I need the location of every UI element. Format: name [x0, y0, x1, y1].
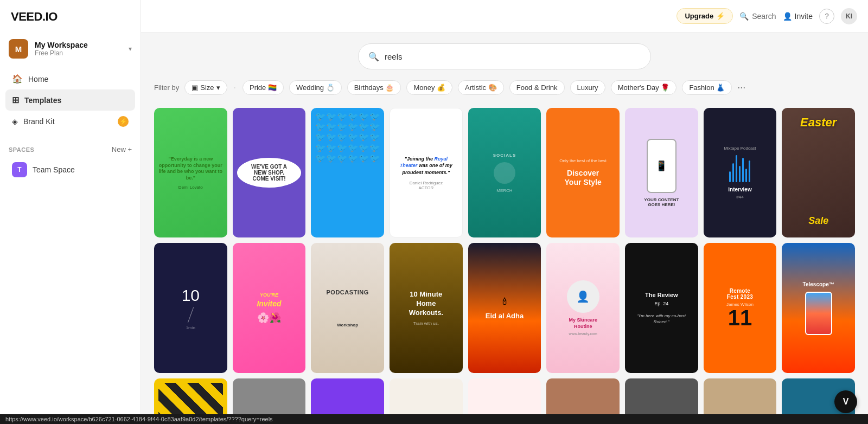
upgrade-icon: ⚡ [716, 12, 725, 20]
artistic-label: Artistic 🎨 [465, 83, 497, 92]
mothers-day-label: Mother's Day 🌹 [618, 83, 670, 92]
template-card[interactable]: YOU'REInvited 🌸🌺 [233, 243, 306, 372]
template-card[interactable]: 📱 YOUR CONTENTGOES HERE! [625, 108, 698, 237]
template-card[interactable]: Easter Sale [782, 108, 855, 237]
topbar-search-button[interactable]: 🔍 Search [739, 12, 776, 21]
template-card[interactable]: 🐦🐦🐦🐦🐦🐦🐦🐦🐦🐦🐦🐦🐦🐦🐦🐦🐦🐦🐦🐦🐦🐦🐦🐦🐦🐦🐦🐦🐦🐦 [311, 108, 384, 237]
team-space-avatar: T [12, 162, 27, 177]
upgrade-label: Upgrade [685, 12, 713, 20]
invite-button[interactable]: 👤 Invite [783, 12, 813, 21]
brand-kit-badge: ⚡ [118, 116, 129, 127]
template-card[interactable]: 👤 My SkincareRoutine www.beauty.com [546, 243, 620, 372]
workspace-name: My Workspace [35, 41, 122, 49]
chevron-down-icon: ▾ [129, 45, 132, 53]
invite-icon: 👤 [783, 12, 792, 21]
filter-bar: Filter by ▣ Size ▾ · Pride 🏳️‍🌈 Wedding … [154, 80, 855, 97]
pride-label: Pride 🏳️‍🌈 [250, 83, 277, 92]
size-icon: ▣ [192, 83, 198, 92]
filter-pride-button[interactable]: Pride 🏳️‍🌈 [242, 80, 284, 95]
sidebar-item-home[interactable]: 🏠 Home [5, 68, 135, 89]
filter-size-label: Size [200, 83, 214, 92]
sidebar-item-team-space[interactable]: T Team Space [5, 157, 135, 183]
filter-separator: · [234, 83, 236, 93]
search-input[interactable] [385, 52, 641, 61]
workspace-plan: Free Plan [35, 49, 122, 57]
upgrade-button[interactable]: Upgrade ⚡ [676, 8, 733, 24]
search-icon: 🔍 [739, 12, 749, 21]
workspace-avatar: M [9, 39, 28, 59]
new-space-button[interactable]: New + [112, 145, 132, 153]
filter-fashion-button[interactable]: Fashion 👗 [682, 80, 732, 95]
wedding-label: Wedding 💍 [296, 83, 335, 92]
search-bar: 🔍 [358, 43, 651, 69]
filter-mothers-day-button[interactable]: Mother's Day 🌹 [611, 80, 677, 95]
spaces-header: SPACES New + [0, 137, 141, 157]
fashion-label: Fashion 👗 [689, 83, 725, 92]
home-icon: 🏠 [12, 74, 23, 84]
topbar-search-label: Search [752, 12, 776, 21]
template-card[interactable]: Mixtape Podcast interview #44 [704, 108, 777, 237]
template-card[interactable]: "Joining the Royal Theater was one of my… [390, 108, 463, 237]
workspace-info: My Workspace Free Plan [35, 41, 122, 57]
status-bar: https://www.veed.io/workspace/b626c721-0… [0, 414, 868, 424]
help-icon: ? [825, 12, 828, 20]
filter-food-drink-button[interactable]: Food & Drink [509, 80, 565, 95]
template-card[interactable]: The ReviewEp. 24 "I'm here with my co-ho… [625, 243, 698, 372]
status-url: https://www.veed.io/workspace/b626c721-0… [5, 416, 273, 422]
filter-money-button[interactable]: Money 💰 [406, 80, 452, 95]
template-card[interactable]: Telescope™ [782, 243, 855, 372]
filter-luxury-button[interactable]: Luxury [570, 80, 605, 95]
templates-icon: ⊞ [12, 95, 19, 105]
spaces-label: SPACES [9, 146, 34, 153]
main-content: 🔍 Filter by ▣ Size ▾ · Pride 🏳️‍🌈 Weddin… [141, 33, 868, 424]
sidebar: VEED.IO M My Workspace Free Plan ▾ 🏠 Hom… [0, 0, 141, 424]
sidebar-item-templates-label: Templates [24, 96, 61, 105]
template-card[interactable]: 10 MinuteHomeWorkouts. Train with us. [390, 243, 463, 372]
sidebar-item-templates[interactable]: ⊞ Templates [5, 89, 135, 111]
sidebar-item-brand-kit[interactable]: ◈ Brand Kit ⚡ [5, 111, 135, 132]
template-card[interactable]: WE'VE GOT A NEW SHOP.COME VISIT! [233, 108, 306, 237]
brand-kit-icon: ◈ [12, 117, 18, 126]
luxury-label: Luxury [577, 83, 598, 92]
invite-label: Invite [795, 12, 813, 21]
filter-more-button[interactable]: ··· [737, 82, 745, 93]
veed-fab-button[interactable]: V [834, 390, 857, 413]
template-card[interactable]: SOCIALS MERCH [468, 108, 541, 237]
topbar: Upgrade ⚡ 🔍 Search 👤 Invite ? KI [141, 0, 868, 33]
search-bar-icon: 🔍 [368, 52, 379, 62]
template-card[interactable]: "Everyday is a new opportunity to change… [154, 108, 227, 237]
team-space-label: Team Space [33, 165, 75, 174]
templates-grid: "Everyday is a new opportunity to change… [154, 108, 855, 424]
food-drink-label: Food & Drink [516, 83, 558, 92]
help-button[interactable]: ? [819, 9, 834, 24]
template-card[interactable]: PODCASTING Workshop [311, 243, 384, 372]
sidebar-nav: 🏠 Home ⊞ Templates ◈ Brand Kit ⚡ [0, 64, 141, 137]
template-card[interactable]: Only the best of the best DiscoverYour S… [546, 108, 620, 237]
sidebar-item-home-label: Home [28, 75, 48, 83]
money-label: Money 💰 [413, 83, 445, 92]
logo: VEED.IO [0, 0, 141, 34]
filter-birthdays-button[interactable]: Birthdays 🎂 [347, 80, 401, 95]
user-avatar[interactable]: KI [841, 8, 857, 24]
filter-size-button[interactable]: ▣ Size ▾ [184, 80, 227, 95]
sidebar-item-brand-kit-label: Brand Kit [23, 117, 112, 126]
template-card[interactable]: RemoteFest 2023 James Wilson 11 [704, 243, 777, 372]
birthdays-label: Birthdays 🎂 [354, 83, 394, 92]
search-bar-wrapper: 🔍 [154, 43, 855, 69]
template-card[interactable]: 10 1min [154, 243, 227, 372]
filter-artistic-button[interactable]: Artistic 🎨 [458, 80, 504, 95]
filter-wedding-button[interactable]: Wedding 💍 [289, 80, 342, 95]
template-card[interactable]: 🕯 Eid al Adha [468, 243, 541, 372]
workspace-selector[interactable]: M My Workspace Free Plan ▾ [0, 34, 141, 64]
filter-by-label: Filter by [154, 83, 179, 92]
chevron-icon: ▾ [216, 83, 220, 92]
